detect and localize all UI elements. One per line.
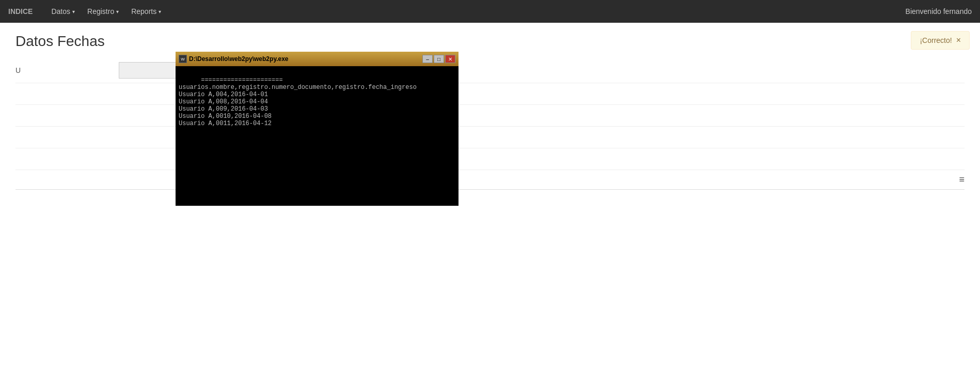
nav-reports[interactable]: Reports ▾ — [125, 0, 167, 23]
form-row-1: U — [15, 58, 965, 83]
navbar: INDICE Datos ▾ Registro ▾ Reports ▾ Bien… — [0, 0, 980, 23]
nav-datos[interactable]: Datos ▾ — [45, 0, 81, 23]
alert-close-button[interactable]: × — [956, 36, 961, 45]
terminal-body: ====================== usuarios.nombre,r… — [176, 66, 459, 206]
terminal-titlebar-left: W D:\Desarrollo\web2py\web2py.exe — [179, 55, 289, 63]
form-label-1: U — [15, 66, 119, 74]
welcome-text: Bienvenido fernando — [906, 7, 972, 16]
terminal-minimize-button[interactable]: – — [422, 55, 433, 63]
form-row-3 — [15, 105, 965, 127]
caret-icon: ▾ — [72, 9, 75, 14]
terminal-content: ====================== usuarios.nombre,r… — [179, 77, 417, 127]
terminal-titlebar: W D:\Desarrollo\web2py\web2py.exe – □ ✕ — [176, 52, 459, 66]
hamburger-icon[interactable]: ≡ — [959, 174, 965, 185]
form-row-4 — [15, 127, 965, 148]
nav-registro[interactable]: Registro ▾ — [81, 0, 125, 23]
page-title: Datos Fechas — [15, 33, 965, 50]
alert-text: ¡Correcto! — [920, 36, 952, 44]
navbar-brand[interactable]: INDICE — [8, 7, 33, 16]
terminal-logo-icon: W — [179, 55, 187, 63]
form-row-2 — [15, 83, 965, 105]
terminal-window: W D:\Desarrollo\web2py\web2py.exe – □ ✕ … — [176, 52, 459, 206]
caret-icon: ▾ — [159, 9, 161, 14]
hamburger-area: ≡ — [15, 170, 965, 190]
caret-icon: ▾ — [116, 9, 119, 14]
alert-correcto: ¡Correcto! × — [911, 31, 970, 50]
terminal-controls: – □ ✕ — [422, 55, 455, 63]
terminal-maximize-button[interactable]: □ — [434, 55, 444, 63]
form-area: U ≡ — [15, 58, 965, 190]
page-content: Datos Fechas ¡Correcto! × U ≡ W — [0, 23, 980, 380]
terminal-title: D:\Desarrollo\web2py\web2py.exe — [189, 55, 289, 63]
terminal-close-button[interactable]: ✕ — [445, 55, 455, 63]
form-row-5 — [15, 148, 965, 170]
